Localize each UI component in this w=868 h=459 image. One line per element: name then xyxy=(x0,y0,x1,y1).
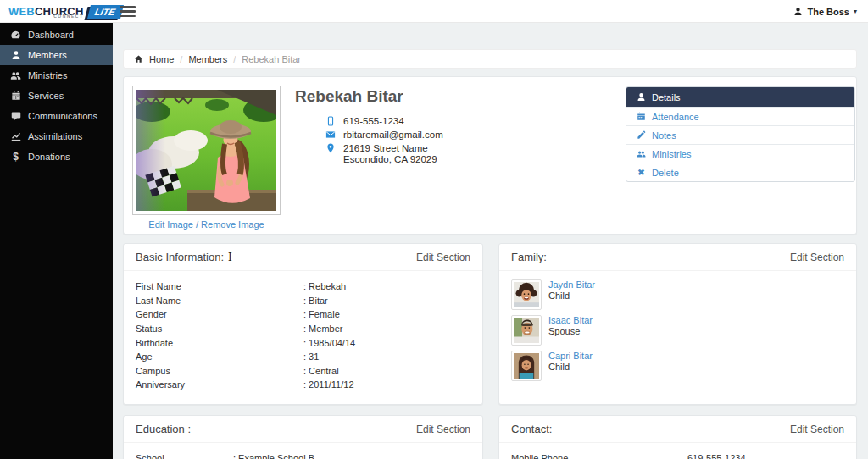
edit-section-link[interactable]: Edit Section xyxy=(790,252,844,263)
section-header: Contact: Edit Section xyxy=(499,416,856,443)
sidebar-item-communications[interactable]: Communications xyxy=(0,106,113,126)
action-label: Notes xyxy=(652,130,676,141)
family-member-link[interactable]: Capri Bitar xyxy=(548,351,593,362)
section-title: Basic Information:I xyxy=(136,251,232,263)
info-row: Status: Member xyxy=(136,322,470,336)
remove-image-link[interactable]: Remove Image xyxy=(201,219,264,230)
member-action-list: Details Attendance Notes Ministries ✖ De… xyxy=(626,86,855,182)
breadcrumb-home[interactable]: Home xyxy=(149,54,174,64)
logo-lite-badge: LITE xyxy=(87,5,124,19)
dollar-icon: $ xyxy=(10,152,21,163)
member-phone-row: 619-555-1234 xyxy=(326,116,443,127)
member-email-row: rbitaremail@gmail.com xyxy=(326,130,443,141)
pencil-icon xyxy=(637,130,646,140)
section-body: Jaydn Bitar Child Isaac Bitar Spouse xyxy=(499,271,856,381)
edit-section-link[interactable]: Edit Section xyxy=(416,423,470,435)
action-label: Delete xyxy=(652,168,679,178)
calendar-icon xyxy=(637,112,646,121)
logo-web: WEB xyxy=(8,5,35,18)
breadcrumb-current: Rebekah Bitar xyxy=(242,54,301,64)
info-row: Gender: Female xyxy=(136,307,470,322)
mobile-phone-icon xyxy=(326,116,336,126)
info-value: : Female xyxy=(303,309,340,319)
basic-information-card: Basic Information:I Edit Section First N… xyxy=(123,243,483,405)
section-title: Contact: xyxy=(511,423,552,435)
info-row: Birthdate: 1985/04/14 xyxy=(136,335,470,350)
menu-toggle-icon[interactable] xyxy=(120,6,136,17)
calendar-icon xyxy=(10,91,21,102)
member-name: Rebekah Bitar xyxy=(295,87,403,106)
home-icon xyxy=(134,54,143,64)
map-marker-icon xyxy=(326,143,336,153)
user-icon xyxy=(10,50,21,61)
family-member-link[interactable]: Jaydn Bitar xyxy=(548,279,595,290)
section-header: Education : Edit Section xyxy=(124,416,482,443)
sidebar-item-dashboard[interactable]: Dashboard xyxy=(0,25,113,45)
action-details[interactable]: Details xyxy=(626,87,854,107)
avatar[interactable] xyxy=(511,351,542,381)
sidebar-item-label: Donations xyxy=(28,152,70,162)
action-delete[interactable]: ✖ Delete xyxy=(626,163,854,181)
breadcrumb: Home / Members / Rebekah Bitar xyxy=(123,49,857,69)
app-logo[interactable]: WEBCHURCHCONNECT LITE xyxy=(8,3,122,20)
sidebar-item-assimilations[interactable]: Assimilations xyxy=(0,126,113,147)
sidebar-item-members[interactable]: Members xyxy=(0,45,113,65)
sidebar-item-donations[interactable]: $ Donations xyxy=(0,147,113,167)
breadcrumb-members[interactable]: Members xyxy=(188,54,227,64)
sidebar-item-label: Members xyxy=(28,50,67,60)
sidebar-item-ministries[interactable]: Ministries xyxy=(0,65,113,86)
family-member-row: Isaac Bitar Spouse xyxy=(511,315,844,346)
info-value: 619-555-1234 xyxy=(687,453,746,459)
comment-icon xyxy=(10,111,21,122)
section-body: School: Example School B xyxy=(124,443,482,459)
section-title: Education : xyxy=(136,423,191,435)
contact-card: Contact: Edit Section Mobile Phone619-55… xyxy=(498,415,857,459)
address-line1: 21619 Street Name xyxy=(343,143,428,153)
family-member-role: Child xyxy=(548,290,595,301)
education-card: Education : Edit Section School: Example… xyxy=(123,415,483,459)
avatar[interactable] xyxy=(511,315,542,346)
action-attendance[interactable]: Attendance xyxy=(626,107,854,125)
family-member-row: Jaydn Bitar Child xyxy=(511,279,844,310)
app-window: WEBCHURCHCONNECT LITE The Boss ▾ Dashboa… xyxy=(0,0,868,459)
member-phone: 619-555-1234 xyxy=(343,116,404,127)
edit-image-link[interactable]: Edit Image xyxy=(148,219,193,230)
section-body: First Name: Rebekah Last Name: Bitar Gen… xyxy=(124,271,482,392)
action-label: Ministries xyxy=(652,149,691,159)
member-email-link[interactable]: rbitaremail@gmail.com xyxy=(343,130,443,141)
users-icon xyxy=(10,70,21,81)
info-value: : Rebekah xyxy=(303,281,346,291)
info-row: Anniversary: 2011/11/12 xyxy=(136,378,470,392)
tachometer-icon xyxy=(10,30,21,41)
user-menu[interactable]: The Boss ▾ xyxy=(793,0,857,23)
address-line2: Escondido, CA 92029 xyxy=(343,154,437,164)
info-row: Age: 31 xyxy=(136,350,470,364)
action-ministries[interactable]: Ministries xyxy=(626,144,854,163)
sidebar-item-services[interactable]: Services xyxy=(0,86,113,106)
info-value: : 31 xyxy=(303,351,319,362)
section-title: Family: xyxy=(511,251,547,263)
sidebar-item-label: Services xyxy=(28,91,64,101)
user-icon xyxy=(637,92,646,102)
info-value: : Bitar xyxy=(303,296,328,306)
member-profile-card: Edit Image / Remove Image Rebekah Bitar … xyxy=(123,76,857,235)
info-row: School: Example School B xyxy=(136,451,470,459)
breadcrumb-separator: / xyxy=(233,54,236,64)
main-content: Home / Members / Rebekah Bitar xyxy=(113,23,868,459)
info-label: First Name xyxy=(136,281,303,291)
member-contact-list: 619-555-1234 rbitaremail@gmail.com 21619… xyxy=(326,116,443,165)
edit-section-link[interactable]: Edit Section xyxy=(790,423,844,435)
action-notes[interactable]: Notes xyxy=(626,125,854,144)
info-label: School xyxy=(136,453,233,459)
family-member-link[interactable]: Isaac Bitar xyxy=(548,315,593,326)
line-chart-icon xyxy=(10,131,21,142)
sidebar-item-label: Dashboard xyxy=(28,30,74,40)
users-icon xyxy=(637,149,646,158)
avatar[interactable] xyxy=(511,279,542,310)
info-value: : 1985/04/14 xyxy=(303,338,355,348)
info-value: : Central xyxy=(303,366,339,376)
info-label: Gender xyxy=(136,309,303,319)
info-label: Age xyxy=(136,351,303,362)
info-value: : Member xyxy=(303,324,342,334)
edit-section-link[interactable]: Edit Section xyxy=(416,252,470,263)
